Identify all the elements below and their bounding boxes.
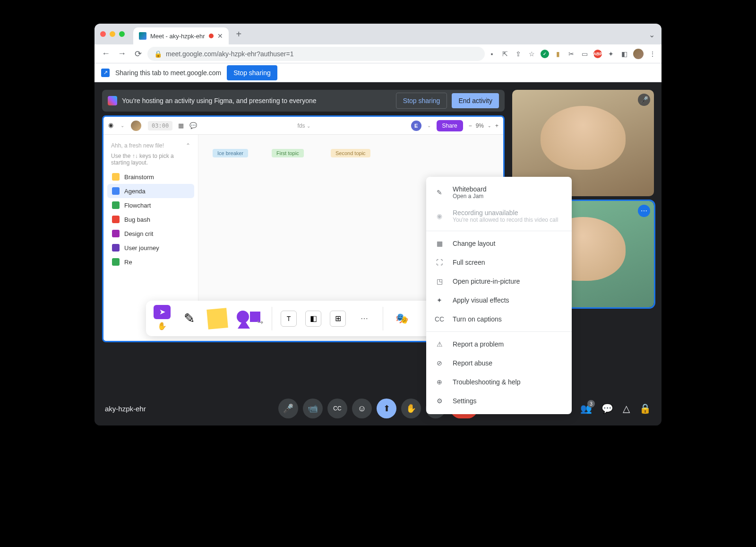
close-tab-icon[interactable]: ✕	[217, 32, 223, 40]
template-item[interactable]: Re	[107, 255, 194, 269]
reactions-button[interactable]: ☺	[352, 399, 372, 418]
activities-button[interactable]: △	[623, 403, 630, 414]
chrome-menu-icon[interactable]: ⋮	[648, 50, 657, 58]
figma-menu-chevron-icon[interactable]: ⌄	[120, 123, 124, 128]
more-tools-icon[interactable]: ⋯	[354, 309, 374, 329]
zoom-chevron-icon[interactable]: ⌄	[488, 123, 491, 128]
template-item[interactable]: Brainstorm	[107, 170, 194, 184]
chevron-down-icon[interactable]: ⌄	[649, 30, 655, 39]
pencil-icon: ✎	[435, 188, 444, 197]
shapes-tool[interactable]: ↪	[236, 309, 263, 329]
present-button[interactable]: ⬆	[377, 399, 396, 418]
hand-tool[interactable]: ✋	[154, 320, 171, 332]
back-button[interactable]: ←	[99, 47, 112, 61]
menu-separator	[426, 331, 572, 332]
stop-sharing-tab-button[interactable]: Stop sharing	[227, 65, 277, 80]
stamps-tool[interactable]: 🎭	[392, 309, 412, 329]
open-external-icon[interactable]: ⇱	[501, 50, 509, 58]
menu-whiteboard[interactable]: ✎ WhiteboardOpen a Jam	[426, 181, 572, 204]
figma-timer[interactable]: 03:00	[148, 121, 172, 130]
camera-button[interactable]: 📹	[303, 399, 323, 418]
new-tab-button[interactable]: +	[236, 29, 242, 40]
canvas-topic[interactable]: Second topic	[331, 149, 370, 157]
figma-share-button[interactable]: Share	[437, 120, 463, 131]
menu-report-problem[interactable]: ⚠Report a problem	[426, 335, 572, 354]
camera-icon[interactable]: ▪	[488, 50, 496, 58]
chat-button[interactable]: 💬	[601, 403, 613, 414]
template-label: Brainstorm	[124, 174, 154, 181]
extension-icon[interactable]: ✂	[567, 50, 576, 58]
template-label: Bug bash	[124, 216, 150, 223]
canvas-topic[interactable]: Ice breaker	[213, 149, 248, 157]
raise-hand-button[interactable]: ✋	[401, 399, 421, 418]
extension-icons: ▪ ⇱ ⇪ ☆ ✓ ▮ ✂ ▭ ABP ✦ ◧ ⋮	[488, 49, 657, 59]
section-tool[interactable]: ◧	[305, 311, 321, 327]
adblock-icon[interactable]: ABP	[593, 50, 602, 58]
text-tool[interactable]: T	[281, 311, 297, 327]
pencil-tool[interactable]: ✎	[179, 309, 199, 329]
tile-options-icon[interactable]: ⋯	[638, 205, 650, 217]
template-item[interactable]: Flowchart	[107, 198, 194, 212]
zoom-out-button[interactable]: −	[469, 122, 472, 129]
more-options-menu: ✎ WhiteboardOpen a Jam ◉ Recording unava…	[426, 177, 572, 414]
extensions-puzzle-icon[interactable]: ✦	[607, 50, 615, 58]
cast-icon[interactable]: ▭	[580, 50, 589, 58]
stop-sharing-activity-button[interactable]: Stop sharing	[396, 93, 447, 109]
reload-button[interactable]: ⟳	[131, 47, 145, 61]
template-icon	[112, 187, 120, 195]
extension-icon[interactable]: ✓	[541, 50, 549, 58]
template-label: Flowchart	[124, 202, 151, 209]
figma-filename[interactable]: fds	[298, 122, 305, 129]
template-item[interactable]: User journey	[107, 241, 194, 255]
menu-visual-effects[interactable]: ✦Apply visual effects	[426, 291, 572, 310]
canvas-topic[interactable]: First topic	[272, 149, 304, 157]
menu-report-abuse[interactable]: ⊘Report abuse	[426, 354, 572, 373]
menu-separator	[426, 231, 572, 231]
close-window[interactable]	[100, 31, 106, 37]
sticky-note-tool[interactable]	[207, 309, 227, 329]
menu-troubleshoot[interactable]: ⊕Troubleshooting & help	[426, 373, 572, 391]
figma-template-panel: Ahh, a fresh new file! ⌃ Use the ↑↓ keys…	[103, 135, 198, 308]
extension-icon[interactable]: ▮	[554, 50, 562, 58]
comment-icon[interactable]: 💬	[189, 122, 197, 129]
template-item[interactable]: Design crit	[107, 226, 194, 241]
user-chevron-icon[interactable]: ⌄	[427, 123, 431, 128]
template-label: Design crit	[124, 230, 153, 237]
forward-button[interactable]: →	[115, 47, 129, 61]
maximize-window[interactable]	[119, 31, 125, 37]
layout-icon[interactable]: ▦	[178, 122, 184, 129]
pointer-tool[interactable]: ➤	[154, 305, 171, 319]
menu-captions[interactable]: CCTurn on captions	[426, 310, 572, 329]
layout-icon: ▦	[435, 239, 444, 248]
browser-tab[interactable]: Meet - aky-hzpk-ehr ✕	[133, 27, 229, 44]
menu-pip[interactable]: ◳Open picture-in-picture	[426, 272, 572, 291]
figma-avatar[interactable]	[130, 120, 142, 132]
participants-button[interactable]: 👥3	[580, 403, 592, 414]
minimize-window[interactable]	[110, 31, 115, 37]
url-input[interactable]: 🔒 meet.google.com/aky-hzpk-ehr?authuser=…	[147, 47, 485, 61]
figma-tool-dock: ➤ ✋ ✎ ↪ T ◧ ⊞ ⋯	[146, 301, 461, 336]
filename-chevron-icon[interactable]: ⌄	[307, 123, 310, 129]
host-controls-button[interactable]: 🔒	[639, 403, 651, 414]
figma-logo-icon[interactable]: ◉	[108, 122, 115, 130]
template-icon	[112, 258, 120, 266]
share-icon[interactable]: ⇪	[514, 50, 523, 58]
menu-fullscreen[interactable]: ⛶Full screen	[426, 253, 572, 272]
menu-settings[interactable]: ⚙Settings	[426, 391, 572, 410]
template-item[interactable]: Agenda	[107, 184, 194, 198]
figma-user-badge[interactable]: E	[411, 121, 421, 131]
menu-change-layout[interactable]: ▦Change layout	[426, 234, 572, 253]
zoom-in-button[interactable]: +	[495, 122, 498, 129]
share-arrow-icon: ↗	[101, 69, 110, 77]
sidepanel-icon[interactable]: ◧	[620, 50, 628, 58]
hint-close-icon[interactable]: ⌃	[186, 142, 190, 149]
template-item[interactable]: Bug bash	[107, 212, 194, 226]
table-tool[interactable]: ⊞	[330, 311, 346, 327]
bookmark-star-icon[interactable]: ☆	[527, 50, 536, 58]
profile-avatar[interactable]	[633, 49, 644, 59]
template-icon	[112, 230, 120, 237]
zoom-value[interactable]: 9%	[476, 122, 484, 129]
captions-button[interactable]: CC	[327, 399, 347, 418]
microphone-button[interactable]: 🎤	[278, 399, 298, 418]
end-activity-button[interactable]: End activity	[452, 93, 499, 108]
